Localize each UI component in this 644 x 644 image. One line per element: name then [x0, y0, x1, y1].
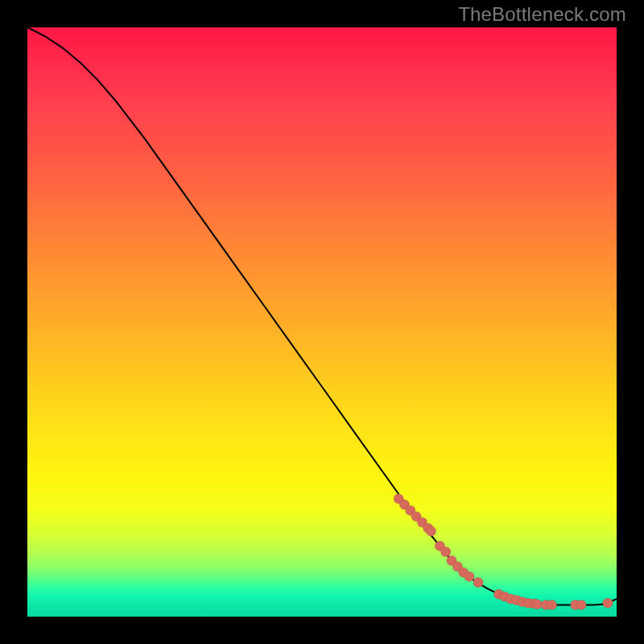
data-point: [532, 599, 542, 609]
data-point: [464, 572, 474, 581]
data-point: [426, 526, 436, 536]
data-points-group: [394, 493, 613, 609]
bottleneck-curve: [27, 27, 617, 605]
attribution-label: TheBottleneck.com: [458, 3, 626, 26]
plot-area: [27, 27, 617, 617]
chart-frame: TheBottleneck.com: [0, 0, 644, 644]
data-point: [603, 598, 613, 608]
data-point: [576, 600, 586, 609]
data-point: [441, 547, 451, 556]
data-point: [547, 600, 556, 609]
data-point: [473, 577, 483, 587]
curve-layer: [27, 27, 617, 617]
